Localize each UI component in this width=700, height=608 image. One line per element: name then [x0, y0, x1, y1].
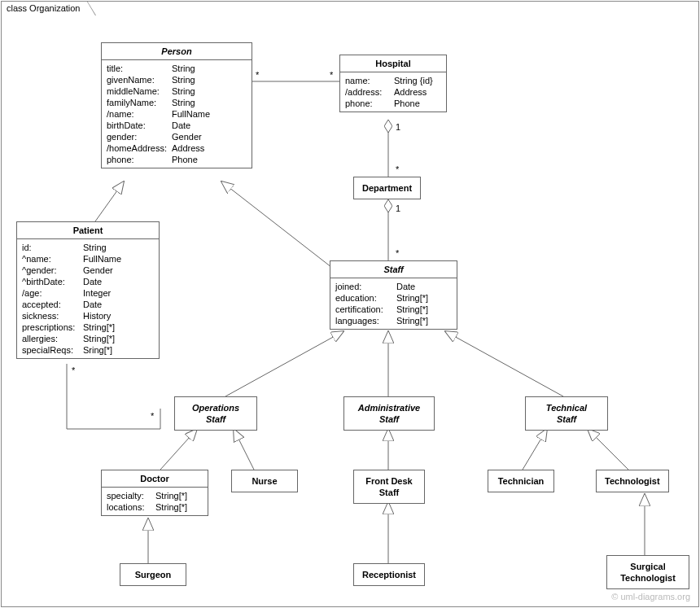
class-doctor-attrs: specialty:String[*] locations:String[*] — [102, 488, 208, 515]
class-hospital-attrs: name:String {id} /address:Address phone:… — [340, 72, 446, 112]
svg-line-9 — [234, 429, 254, 470]
frame-title: class Organization — [7, 3, 81, 13]
class-staff-attrs: joined:Date education:String[*] certific… — [330, 278, 457, 329]
frame-title-tab: class Organization — [1, 1, 88, 15]
svg-line-8 — [160, 429, 197, 470]
mult-patient-ops-bottom: * — [151, 411, 154, 421]
svg-line-7 — [445, 331, 563, 396]
svg-line-12 — [588, 429, 628, 470]
class-patient-attrs: id:String ^name:FullName ^gender:Gender … — [17, 239, 159, 358]
mult-hosp-dept-top: 1 — [396, 122, 400, 132]
svg-line-4 — [221, 182, 335, 270]
svg-line-3 — [95, 182, 124, 221]
class-technician-title: Technician — [488, 470, 553, 492]
class-surgical-technologist-title: Surgical Technologist — [607, 556, 689, 588]
mult-person-hospital-left: * — [256, 70, 259, 80]
class-person: Person title:String givenName:String mid… — [101, 42, 252, 168]
class-administrative-staff: Administrative Staff — [343, 396, 435, 431]
class-surgeon: Surgeon — [120, 563, 186, 586]
class-department-title: Department — [354, 177, 420, 199]
mult-patient-ops-top: * — [72, 365, 75, 375]
watermark: © uml-diagrams.org — [611, 592, 690, 601]
class-patient-title: Patient — [17, 222, 159, 239]
class-staff-title: Staff — [330, 261, 457, 278]
class-technician: Technician — [488, 470, 554, 492]
class-technologist: Technologist — [596, 470, 669, 492]
class-hospital-title: Hospital — [340, 55, 446, 72]
class-patient: Patient id:String ^name:FullName ^gender… — [16, 221, 160, 359]
svg-line-5 — [225, 331, 343, 396]
class-doctor: Doctor specialty:String[*] locations:Str… — [101, 470, 208, 516]
class-person-title: Person — [102, 43, 252, 60]
mult-person-hospital-right: * — [330, 70, 333, 80]
class-surgical-technologist: Surgical Technologist — [606, 555, 689, 589]
class-operations-staff: Operations Staff — [174, 396, 257, 431]
class-front-desk-staff-title: Front Desk Staff — [354, 470, 424, 503]
class-administrative-staff-title: Administrative Staff — [344, 397, 434, 430]
class-department: Department — [353, 177, 421, 199]
class-hospital: Hospital name:String {id} /address:Addre… — [339, 55, 447, 112]
class-surgeon-title: Surgeon — [120, 564, 186, 585]
class-nurse-title: Nurse — [232, 470, 297, 492]
class-doctor-title: Doctor — [102, 470, 208, 488]
class-technical-staff-title: Technical Staff — [526, 397, 607, 430]
mult-dept-staff-top: 1 — [396, 203, 400, 213]
class-receptionist-title: Receptionist — [354, 564, 424, 585]
mult-hosp-dept-bottom: * — [396, 164, 399, 174]
class-technologist-title: Technologist — [597, 470, 668, 492]
class-staff: Staff joined:Date education:String[*] ce… — [330, 260, 457, 330]
class-technical-staff: Technical Staff — [525, 396, 608, 431]
svg-line-11 — [523, 429, 547, 470]
class-front-desk-staff: Front Desk Staff — [353, 470, 425, 504]
diagram-frame: class Organization — [1, 1, 699, 607]
class-operations-staff-title: Operations Staff — [175, 397, 256, 430]
class-person-attrs: title:String givenName:String middleName… — [102, 60, 252, 168]
class-receptionist: Receptionist — [353, 563, 425, 586]
mult-dept-staff-bottom: * — [396, 248, 399, 258]
class-nurse: Nurse — [231, 470, 298, 492]
